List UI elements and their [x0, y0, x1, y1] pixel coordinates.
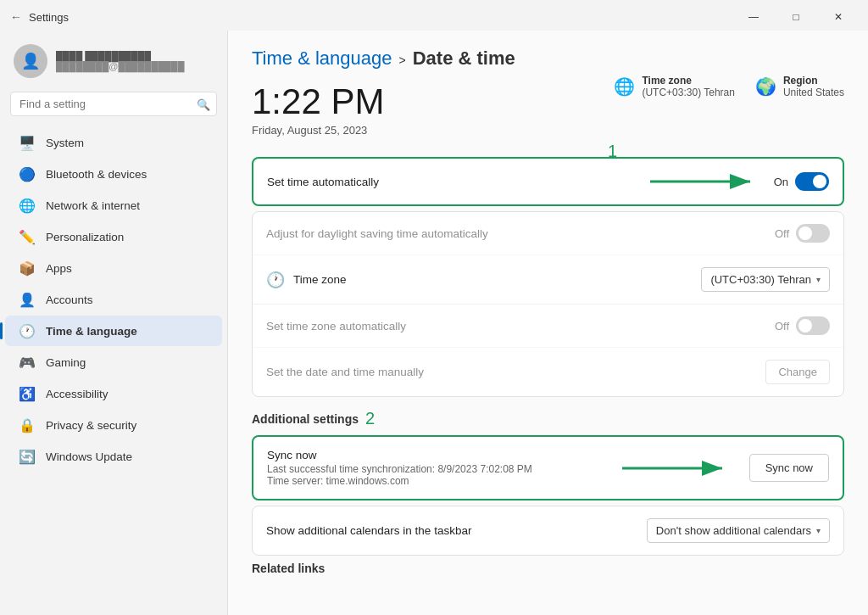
- current-date: Friday, August 25, 2023: [252, 124, 384, 137]
- timezone-dropdown-caret: ▾: [816, 275, 821, 284]
- set-timezone-toggle[interactable]: [796, 316, 830, 335]
- daylight-toggle[interactable]: [796, 224, 830, 243]
- sidebar-item-bluetooth[interactable]: 🔵Bluetooth & devices: [5, 159, 222, 189]
- sidebar-item-label-privacy: Privacy & security: [46, 419, 136, 432]
- timezone-row-icon: 🕐: [266, 271, 285, 289]
- sidebar-item-network[interactable]: 🌐Network & internet: [5, 190, 222, 221]
- sync-server: Time server: time.windows.com: [267, 475, 532, 487]
- step2-badge: 2: [365, 409, 375, 428]
- sidebar-item-personalization[interactable]: ✏️Personalization: [5, 221, 222, 252]
- other-settings-card: Adjust for daylight saving time automati…: [252, 211, 844, 397]
- time-nav-icon: 🕐: [19, 322, 36, 339]
- sync-right: Sync now: [622, 454, 829, 482]
- region-info: 🌐 Time zone (UTC+03:30) Tehran 🌍 Region …: [614, 75, 844, 98]
- sidebar-item-gaming[interactable]: 🎮Gaming: [5, 347, 222, 377]
- calendar-dropdown[interactable]: Don't show additional calendars ▾: [647, 518, 830, 543]
- network-nav-icon: 🌐: [19, 197, 36, 214]
- system-nav-icon: 🖥️: [19, 134, 36, 151]
- maximize-button[interactable]: □: [776, 5, 815, 29]
- daylight-right: Off: [775, 224, 830, 243]
- avatar: 👤: [14, 44, 47, 78]
- search-input[interactable]: [10, 92, 217, 116]
- sidebar-item-label-personalization: Personalization: [46, 231, 124, 243]
- page-title: Date & time: [413, 48, 515, 70]
- breadcrumb-separator: >: [399, 53, 406, 67]
- accounts-nav-icon: 👤: [19, 291, 36, 308]
- sidebar: 👤 ████ ██████████ ████████@██████████ 🔍 …: [0, 31, 227, 615]
- timezone-chip-text: Time zone (UTC+03:30) Tehran: [642, 75, 735, 98]
- set-time-toggle[interactable]: [795, 172, 829, 191]
- green-arrow-1: [650, 171, 760, 193]
- green-arrow-2: [622, 457, 732, 479]
- calendar-card: Show additional calendars in the taskbar…: [252, 506, 844, 556]
- set-time-toggle-thumb: [813, 175, 826, 188]
- timezone-chip-value: (UTC+03:30) Tehran: [642, 87, 735, 98]
- region-chip-label: Region: [783, 75, 844, 87]
- sidebar-item-label-update: Windows Update: [46, 450, 132, 463]
- app-body: 👤 ████ ██████████ ████████@██████████ 🔍 …: [0, 31, 868, 615]
- timezone-row-label: Time zone: [293, 273, 347, 286]
- search-icon: 🔍: [197, 98, 210, 110]
- sidebar-item-privacy[interactable]: 🔒Privacy & security: [5, 410, 222, 440]
- set-timezone-auto-right: Off: [775, 316, 830, 335]
- time-left: 1:22 PM Friday, August 25, 2023: [252, 75, 384, 150]
- sidebar-item-update[interactable]: 🔄Windows Update: [5, 441, 222, 472]
- sidebar-item-accessibility[interactable]: ♿Accessibility: [5, 378, 222, 409]
- avatar-icon: 👤: [21, 52, 40, 70]
- set-timezone-auto-label: Set time zone automatically: [266, 320, 406, 333]
- calendar-dropdown-caret: ▾: [816, 526, 821, 535]
- close-button[interactable]: ✕: [819, 5, 858, 29]
- region-chip-value: United States: [783, 87, 844, 98]
- sync-now-button[interactable]: Sync now: [749, 454, 829, 482]
- set-date-manual-label: Set the date and time manually: [266, 366, 424, 378]
- set-time-card: Set time automatically On: [252, 157, 844, 206]
- sidebar-item-label-gaming: Gaming: [46, 356, 86, 369]
- sidebar-item-label-time: Time & language: [46, 325, 137, 338]
- timezone-chip-label: Time zone: [642, 75, 735, 87]
- sidebar-item-label-accessibility: Accessibility: [46, 388, 108, 400]
- timezone-globe-icon: 🌐: [614, 76, 635, 97]
- current-time: 1:22 PM: [252, 81, 384, 122]
- timezone-dropdown-value: (UTC+03:30) Tehran: [710, 273, 811, 286]
- timezone-row-left: 🕐 Time zone: [266, 271, 347, 289]
- timezone-dropdown[interactable]: (UTC+03:30) Tehran ▾: [701, 267, 830, 292]
- sidebar-item-label-system: System: [46, 137, 84, 149]
- set-time-row: Set time automatically On: [253, 159, 843, 204]
- region-chip-text: Region United States: [783, 75, 844, 98]
- accessibility-nav-icon: ♿: [19, 385, 36, 402]
- sync-info: Sync now Last successful time synchroniz…: [267, 449, 532, 487]
- sidebar-item-apps[interactable]: 📦Apps: [5, 253, 222, 283]
- timezone-row-right: (UTC+03:30) Tehran ▾: [701, 267, 830, 292]
- additional-section: Additional settings 2 Sync now Last succ…: [252, 409, 844, 556]
- time-region-row: 1:22 PM Friday, August 25, 2023 🌐 Time z…: [252, 75, 844, 150]
- calendar-right: Don't show additional calendars ▾: [647, 518, 830, 543]
- sidebar-item-accounts[interactable]: 👤Accounts: [5, 284, 222, 315]
- nav-list: 🖥️System🔵Bluetooth & devices🌐Network & i…: [0, 126, 227, 472]
- back-icon[interactable]: ←: [10, 10, 22, 24]
- daylight-saving-row: Adjust for daylight saving time automati…: [253, 212, 843, 255]
- calendar-row: Show additional calendars in the taskbar…: [253, 506, 843, 555]
- breadcrumb-parent[interactable]: Time & language: [252, 48, 392, 70]
- personalization-nav-icon: ✏️: [19, 228, 36, 245]
- set-timezone-toggle-thumb: [798, 319, 812, 333]
- sync-row: Sync now Last successful time synchroniz…: [253, 437, 843, 499]
- profile-info: ████ ██████████ ████████@██████████: [56, 51, 184, 71]
- sidebar-item-label-network: Network & internet: [46, 199, 140, 212]
- daylight-toggle-thumb: [798, 226, 812, 240]
- gaming-nav-icon: 🎮: [19, 354, 36, 371]
- related-links-section: Related links: [252, 561, 844, 576]
- sidebar-item-time[interactable]: 🕐Time & language: [5, 316, 222, 346]
- step1-badge: 1: [608, 142, 617, 161]
- profile-email: ████████@██████████: [56, 61, 184, 71]
- privacy-nav-icon: 🔒: [19, 417, 36, 433]
- sidebar-item-system[interactable]: 🖥️System: [5, 127, 222, 158]
- minimize-button[interactable]: —: [734, 5, 773, 29]
- set-timezone-auto-row: Set time zone automatically Off: [253, 305, 843, 348]
- daylight-saving-label: Adjust for daylight saving time automati…: [266, 227, 488, 240]
- header-area: Time & language > Date & time 1:22 PM Fr…: [252, 48, 844, 157]
- main-content: Time & language > Date & time 1:22 PM Fr…: [227, 31, 868, 615]
- change-button[interactable]: Change: [765, 360, 830, 384]
- title-bar: ← Settings — □ ✕: [0, 0, 868, 31]
- set-date-manual-right: Change: [765, 360, 830, 384]
- region-chip: 🌍 Region United States: [755, 75, 844, 98]
